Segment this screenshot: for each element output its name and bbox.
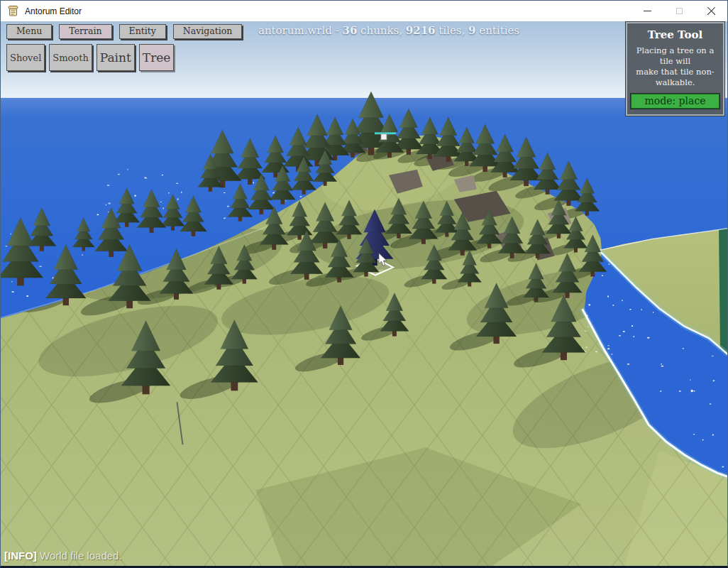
tool-button-shovel[interactable]: Shovel bbox=[6, 44, 45, 71]
tree-tool-description: Placing a tree on a tile will make that … bbox=[630, 45, 720, 88]
title-bar: Antorum Editor bbox=[1, 1, 727, 21]
tab-entity[interactable]: Entity bbox=[119, 24, 166, 39]
tab-terrain[interactable]: Terrain bbox=[59, 24, 111, 39]
world-stat-label: antorum.wrld - bbox=[258, 24, 343, 37]
world-status-text: antorum.wrld - 36 chunks, 9216 tiles, 9 … bbox=[258, 24, 519, 37]
status-text: World file loaded. bbox=[37, 550, 122, 562]
minimize-icon bbox=[644, 11, 651, 11]
app-icon bbox=[7, 5, 19, 17]
tool-button-paint[interactable]: Paint bbox=[96, 44, 135, 71]
maximize-icon bbox=[676, 8, 683, 14]
tree-tool-title: Tree Tool bbox=[630, 28, 720, 41]
world-stat-value: 9216 bbox=[406, 24, 436, 37]
maximize-button[interactable] bbox=[663, 1, 695, 21]
world-stat-label: tiles, bbox=[436, 24, 469, 37]
world-stat-value: 36 bbox=[342, 24, 357, 37]
tab-menu[interactable]: Menu bbox=[6, 24, 52, 39]
tool-button-smooth[interactable]: Smooth bbox=[49, 44, 92, 71]
app-window: Antorum Editor MenuTerrainEntityNavigati… bbox=[0, 0, 728, 568]
tree-tool-description-line2: make that tile non-walkable. bbox=[630, 67, 720, 88]
far-forest-strip bbox=[719, 229, 727, 354]
world-stat-value: 9 bbox=[468, 24, 475, 37]
tab-navigation[interactable]: Navigation bbox=[173, 24, 243, 39]
tool-button-tree[interactable]: Tree bbox=[139, 44, 175, 71]
world-stat-label: entities bbox=[476, 24, 520, 37]
minimize-button[interactable] bbox=[632, 1, 663, 21]
window-title: Antorum Editor bbox=[25, 6, 82, 16]
window-controls bbox=[632, 1, 727, 21]
world-stat-label: chunks, bbox=[357, 24, 405, 37]
main-toolbar: MenuTerrainEntityNavigation bbox=[6, 24, 249, 39]
tree-tool-description-line1: Placing a tree on a tile will bbox=[630, 45, 720, 67]
close-button[interactable] bbox=[695, 1, 727, 21]
close-icon bbox=[707, 6, 716, 16]
status-tag: [INFO] bbox=[4, 550, 37, 562]
3d-viewport[interactable]: MenuTerrainEntityNavigation ShovelSmooth… bbox=[1, 21, 727, 566]
mode-place-button[interactable]: mode: place bbox=[631, 94, 719, 109]
scene-canvas[interactable] bbox=[1, 21, 727, 566]
status-bar: [INFO] World file loaded. bbox=[4, 550, 122, 562]
terrain-tools-toolbar: ShovelSmoothPaintTree bbox=[6, 44, 178, 71]
tree-tool-panel: Tree Tool Placing a tree on a tile will … bbox=[626, 22, 724, 116]
